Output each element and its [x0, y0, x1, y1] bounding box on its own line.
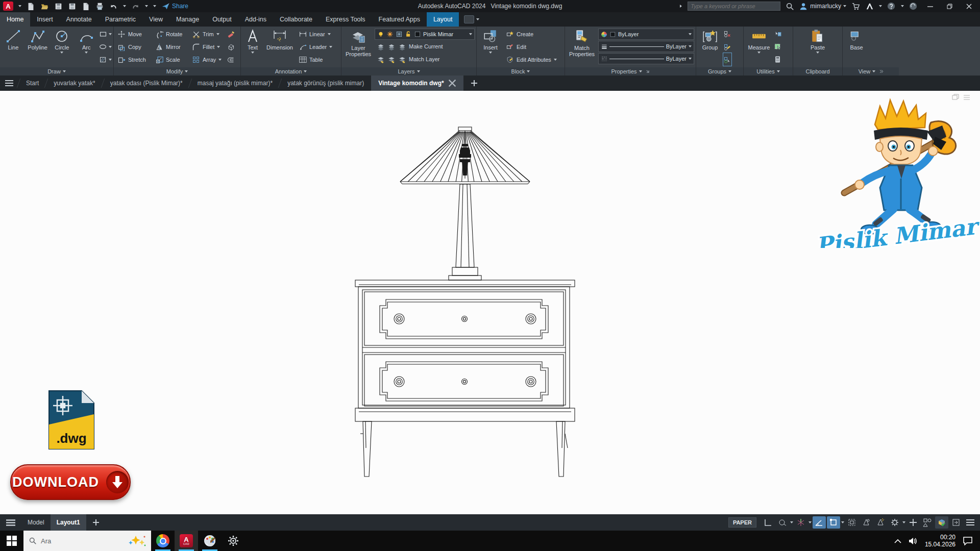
- layer-dropdown[interactable]: Pislik Mimar: [375, 29, 475, 40]
- object-snap-chevron-icon[interactable]: [841, 521, 844, 523]
- ribbon-display-chevron-icon[interactable]: [476, 18, 479, 20]
- edit-block-button[interactable]: Edit: [504, 40, 559, 53]
- save-as-icon[interactable]: [68, 2, 77, 11]
- linetype-dropdown[interactable]: ByLayer: [598, 53, 694, 64]
- panel-label-draw[interactable]: Draw: [0, 67, 113, 76]
- tray-expand-icon[interactable]: [894, 539, 901, 543]
- redo-icon[interactable]: [131, 2, 140, 11]
- linear-button[interactable]: Linear: [297, 28, 334, 40]
- file-tabs-menu-icon[interactable]: [0, 76, 18, 91]
- annotation-scale-gear-icon[interactable]: [888, 516, 901, 529]
- panel-label-view[interactable]: View: [843, 67, 899, 76]
- assistant-icon[interactable]: [909, 2, 918, 11]
- search-icon[interactable]: [786, 2, 794, 11]
- dynamic-input-chevron-icon[interactable]: [790, 521, 793, 523]
- undo-icon[interactable]: [109, 2, 118, 11]
- autodesk-apps-icon[interactable]: [865, 2, 874, 11]
- erase-button[interactable]: [227, 28, 235, 40]
- paper-space-button[interactable]: PAPER: [728, 517, 756, 528]
- group-button[interactable]: Group: [698, 28, 722, 67]
- apps-chevron-icon[interactable]: [879, 5, 882, 7]
- save-icon[interactable]: [54, 2, 63, 11]
- ribbon-tab-annotate[interactable]: Annotate: [60, 12, 99, 27]
- minimize-button[interactable]: [923, 1, 937, 12]
- insert-button[interactable]: Insert: [478, 28, 503, 67]
- help-search-input[interactable]: [688, 2, 780, 11]
- scale-button[interactable]: Scale: [153, 53, 189, 66]
- taskbar-autocad-icon[interactable]: ACAD: [175, 531, 198, 551]
- annotation-visibility-icon[interactable]: [860, 516, 873, 529]
- volume-icon[interactable]: [909, 537, 918, 545]
- arc-button[interactable]: Arc: [75, 28, 98, 67]
- file-tab-start[interactable]: Start: [19, 76, 46, 91]
- offset-button[interactable]: [227, 53, 235, 66]
- drawing-canvas[interactable]: Pislik Mimar .dwg DOWNLOAD: [0, 91, 980, 514]
- rectangle-button[interactable]: [99, 28, 112, 40]
- new-file-icon[interactable]: [27, 2, 35, 11]
- graphics-performance-icon[interactable]: [935, 516, 948, 529]
- create-block-button[interactable]: Create: [504, 28, 559, 40]
- polyline-button[interactable]: Polyline: [26, 28, 50, 67]
- panel-label-utilities[interactable]: Utilities: [744, 67, 793, 76]
- file-tab-active[interactable]: Vintage komodin dwg*: [371, 76, 463, 91]
- group-edit-button[interactable]: [723, 40, 731, 53]
- isodraft-icon[interactable]: [794, 516, 807, 529]
- selection-cycling-icon[interactable]: [845, 516, 859, 529]
- explode-button[interactable]: [227, 40, 235, 53]
- panel-label-layers[interactable]: Layers: [341, 67, 476, 76]
- qat-customize-icon[interactable]: [153, 5, 156, 7]
- make-current-button[interactable]: Make Current: [375, 40, 475, 53]
- close-button[interactable]: [962, 1, 976, 12]
- copy-button[interactable]: Copy: [115, 40, 152, 53]
- annotation-scale-chevron-icon[interactable]: [902, 521, 905, 523]
- redo-chevron-icon[interactable]: [145, 5, 148, 7]
- close-tab-icon[interactable]: [448, 79, 456, 87]
- ribbon-tab-manage[interactable]: Manage: [169, 12, 206, 27]
- ribbon-tab-layout[interactable]: Layout: [427, 12, 459, 27]
- file-tab-2[interactable]: yatak odası (Pislik Mimar)*: [103, 76, 190, 91]
- edit-attributes-button[interactable]: Edit Attributes: [504, 53, 559, 66]
- download-button[interactable]: DOWNLOAD: [10, 464, 131, 500]
- quick-calculator-button[interactable]: [774, 53, 782, 66]
- panel-label-modify[interactable]: Modify: [114, 67, 240, 76]
- open-file-icon[interactable]: [40, 2, 49, 11]
- ribbon-tab-expresstools[interactable]: Express Tools: [319, 12, 372, 27]
- object-snap-icon[interactable]: [827, 516, 840, 529]
- account-menu[interactable]: mimarlucky: [799, 2, 846, 11]
- isolate-objects-icon[interactable]: [921, 516, 934, 529]
- taskbar-paint-icon[interactable]: [198, 531, 222, 551]
- text-button[interactable]: Text: [242, 28, 263, 67]
- paste-button[interactable]: Paste: [805, 28, 830, 67]
- file-tab-3[interactable]: masaj yatağı (pislik mimar)*: [190, 76, 280, 91]
- trim-button[interactable]: Trim: [190, 28, 226, 40]
- app-store-cart-icon[interactable]: [851, 2, 860, 11]
- workspace-plus-icon[interactable]: [906, 516, 920, 529]
- object-color-dropdown[interactable]: ByLayer: [598, 29, 694, 40]
- customization-icon[interactable]: [964, 516, 977, 529]
- table-button[interactable]: Table: [297, 53, 334, 66]
- ribbon-tab-addins[interactable]: Add-ins: [238, 12, 273, 27]
- polar-tracking-icon[interactable]: [813, 516, 826, 529]
- taskbar-search[interactable]: Ara: [23, 531, 151, 551]
- array-button[interactable]: Array: [190, 53, 226, 66]
- ribbon-tab-parametric[interactable]: Parametric: [99, 12, 142, 27]
- clean-screen-icon[interactable]: [949, 516, 963, 529]
- panel-label-groups[interactable]: Groups: [696, 67, 743, 76]
- panel-label-clipboard[interactable]: Clipboard: [793, 67, 842, 76]
- start-button[interactable]: [0, 531, 23, 551]
- match-layer-button[interactable]: Match Layer: [375, 53, 475, 65]
- isodraft-chevron-icon[interactable]: [808, 521, 812, 523]
- ribbon-tab-featuredapps[interactable]: Featured Apps: [372, 12, 427, 27]
- file-tab-4[interactable]: yatak görünüş (pislik mimar): [280, 76, 371, 91]
- fillet-button[interactable]: Fillet: [190, 40, 226, 53]
- ellipse-button[interactable]: [99, 40, 112, 53]
- share-button[interactable]: Share: [161, 2, 188, 11]
- layer-properties-button[interactable]: Layer Properties: [343, 28, 374, 67]
- ribbon-tab-view[interactable]: View: [142, 12, 169, 27]
- plot-icon[interactable]: [82, 2, 90, 11]
- panel-label-properties[interactable]: Properties: [565, 67, 696, 76]
- dimension-button[interactable]: Dimension: [264, 28, 296, 67]
- model-tab[interactable]: Model: [21, 514, 51, 531]
- group-selection-toggle[interactable]: [723, 53, 731, 66]
- ribbon-tab-insert[interactable]: Insert: [30, 12, 59, 27]
